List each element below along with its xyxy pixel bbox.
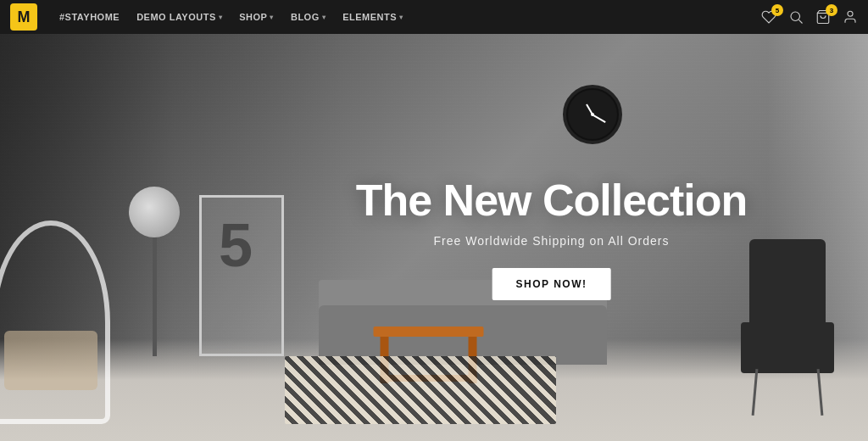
nav-item-demo-layouts[interactable]: DEMO LAYOUTS ▾ (130, 8, 229, 25)
navbar: M #STAYHOME DEMO LAYOUTS ▾ SHOP ▾ BLOG ▾… (0, 0, 868, 34)
cart-badge: 3 (826, 4, 837, 16)
chevron-down-icon: ▾ (322, 14, 326, 21)
wishlist-badge: 5 (771, 4, 783, 16)
svg-point-3 (848, 11, 853, 16)
shop-now-button[interactable]: SHOP NOW! (492, 268, 611, 300)
shelf-unit: 5 (199, 195, 284, 356)
lamp (153, 212, 180, 356)
wall-clock (563, 85, 622, 144)
wishlist-button[interactable]: 5 (761, 9, 776, 25)
nav-item-elements[interactable]: ELEMENTS ▾ (336, 8, 409, 25)
chair-left (0, 187, 136, 424)
hero-title: The New Collection (356, 175, 748, 226)
chevron-down-icon: ▾ (399, 14, 403, 21)
nav-icons: 5 3 (761, 9, 858, 25)
nav-item-stayhome[interactable]: #STAYHOME (53, 8, 126, 25)
search-button[interactable] (788, 9, 804, 25)
account-button[interactable] (843, 9, 858, 25)
hero-subtitle: Free Worldwide Shipping on All Orders (356, 234, 748, 248)
cart-button[interactable]: 3 (815, 9, 831, 25)
nav-links: #STAYHOME DEMO LAYOUTS ▾ SHOP ▾ BLOG ▾ E… (53, 8, 761, 25)
site-logo[interactable]: M (10, 3, 37, 31)
svg-line-1 (798, 20, 802, 23)
chevron-down-icon: ▾ (219, 14, 223, 21)
nav-item-blog[interactable]: BLOG ▾ (284, 8, 332, 25)
hero-content: The New Collection Free Worldwide Shippi… (356, 175, 748, 300)
nav-item-shop[interactable]: SHOP ▾ (232, 8, 281, 25)
rug (285, 356, 556, 424)
svg-point-0 (791, 12, 800, 21)
chair-right (732, 254, 843, 424)
chevron-down-icon: ▾ (270, 14, 274, 21)
hero-section: 5 The New Collection (0, 34, 868, 441)
